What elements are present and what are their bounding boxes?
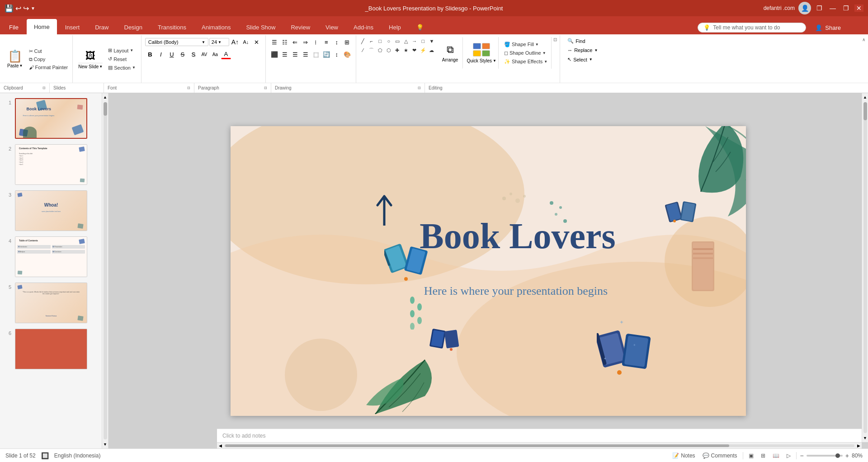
slide-thumb-3[interactable]: 3 Whoa! some placeholder text here [3, 189, 99, 232]
notes-placeholder[interactable]: Click to add notes [222, 433, 265, 439]
qs-item-4[interactable] [482, 50, 490, 57]
freeform-shape[interactable]: ∕ [359, 46, 367, 54]
tab-insert[interactable]: Insert [58, 20, 87, 34]
hexagon-shape[interactable]: ⬡ [385, 46, 393, 54]
rect-shape[interactable]: □ [376, 37, 384, 45]
canvas-vertical-scrollbar[interactable]: ▲ ▼ [862, 93, 868, 442]
font-color-button[interactable]: A [221, 49, 231, 59]
slide-sorter-button[interactable]: ⊞ [759, 452, 767, 460]
arrow-shape[interactable]: → [410, 37, 419, 45]
paragraph-expand-icon[interactable]: ⊡ [264, 86, 267, 90]
accessibility-icon[interactable]: 🔲 [41, 452, 49, 459]
increase-font-button[interactable]: A↑ [230, 37, 240, 47]
presenter-view-button[interactable]: ▷ [785, 452, 793, 460]
save-icon[interactable]: 💾 [5, 4, 14, 13]
canvas-scroll-down[interactable]: ▼ [862, 435, 868, 441]
align-justify-button[interactable]: ☰ [301, 49, 311, 59]
section-button[interactable]: ▤ Section ▼ [106, 64, 137, 71]
tab-help[interactable]: Help [382, 20, 408, 34]
scroll-thumb-vert[interactable] [104, 102, 107, 116]
char-spacing-button[interactable]: AV [199, 49, 209, 59]
tab-draw[interactable]: Draw [88, 20, 116, 34]
canvas-scroll-up[interactable]: ▲ [862, 94, 868, 100]
redo-icon[interactable]: ↪ [23, 4, 29, 13]
share-label[interactable]: Share [825, 24, 841, 31]
slide-thumb-5[interactable]: 5 "This is a quote. Words full of wisdom… [3, 281, 99, 325]
horizontal-scroll-thumb[interactable] [225, 444, 729, 447]
align-left-button[interactable]: ⬛ [269, 49, 279, 59]
italic-button[interactable]: I [156, 49, 166, 59]
horizontal-scrollbar[interactable]: ◀ ▶ [217, 442, 862, 448]
scroll-up-arrow[interactable]: ▲ [102, 94, 108, 100]
zoom-level[interactable]: 80% [852, 453, 863, 459]
zoom-slider[interactable] [807, 455, 843, 457]
font-size-dropdown[interactable]: 24 ▼ [209, 38, 229, 46]
qs-item-3[interactable] [473, 50, 481, 57]
columns-button[interactable]: ⫶ [311, 37, 321, 47]
shape-outline-button[interactable]: ◻ Shape Outline ▼ [502, 49, 549, 57]
lightning-shape[interactable]: ⚡ [419, 46, 427, 54]
share-icon[interactable]: 👤 [815, 24, 822, 31]
canvas-scroll-thumb[interactable] [863, 102, 867, 120]
font-family-dropdown[interactable]: Calibri (Body) ▼ [145, 38, 208, 46]
clipboard-expand-icon[interactable]: ⊡ [42, 86, 46, 90]
change-case-button[interactable]: Aa [210, 49, 220, 59]
tab-lightbulb[interactable]: 💡 [409, 20, 431, 34]
notes-button[interactable]: 📝 Notes [670, 452, 697, 460]
slide-thumb-1[interactable]: 1 Book Lovers Here is where your present… [3, 97, 99, 140]
rounded-rect-shape[interactable]: ▭ [393, 37, 401, 45]
layout-button[interactable]: ⊞ Layout ▼ [106, 47, 137, 54]
avatar[interactable]: 👤 [798, 2, 811, 14]
paragraph-shade-button[interactable]: 🎨 [342, 49, 352, 59]
tab-file[interactable]: File [2, 20, 26, 34]
decrease-font-button[interactable]: A↓ [241, 37, 251, 47]
bullets-button[interactable]: ☰ [269, 37, 279, 47]
slide-thumb-6[interactable]: 6 [3, 327, 99, 371]
paste-button[interactable]: 📋 Paste ▼ [4, 47, 27, 71]
reading-view-button[interactable]: 📖 [771, 452, 781, 460]
clear-format-button[interactable]: ✕ [252, 37, 262, 47]
quick-styles-dropdown[interactable]: Quick Styles ▼ [467, 58, 496, 63]
decrease-indent-button[interactable]: ⇐ [290, 37, 300, 47]
slide-panel-scrollbar[interactable]: ▲ ▼ [102, 93, 108, 448]
connector-shape[interactable]: ⌐ [368, 37, 376, 45]
restore-icon[interactable]: ❐ [815, 5, 824, 12]
reset-button[interactable]: ↺ Reset [106, 55, 137, 63]
normal-view-button[interactable]: ▣ [747, 452, 755, 460]
new-slide-dropdown[interactable]: ▼ [99, 65, 103, 69]
line-spacing-button[interactable]: ≡ [321, 37, 331, 47]
text-direction-button[interactable]: ↕ [332, 37, 342, 47]
shape-effects-button[interactable]: ✨ Shape Effects ▼ [502, 58, 549, 66]
increase-indent-button[interactable]: ⇒ [301, 37, 311, 47]
more-shapes[interactable]: ▼ [428, 37, 436, 45]
tab-transitions[interactable]: Transitions [151, 20, 193, 34]
tab-view[interactable]: View [318, 20, 345, 34]
cloud-shape[interactable]: ☁ [428, 46, 436, 54]
line-shape[interactable]: ╱ [359, 37, 367, 45]
strikethrough-button[interactable]: S [178, 49, 188, 59]
underline-button[interactable]: U [167, 49, 177, 59]
tab-home[interactable]: Home [27, 19, 57, 34]
copy-button[interactable]: ⧉ Copy [27, 56, 70, 63]
drawing-expand[interactable]: ⊡ [553, 37, 557, 43]
align-center-button[interactable]: ☰ [280, 49, 290, 59]
smart-art-button[interactable]: ⊞ [342, 37, 352, 47]
arrange-button[interactable]: ⧉ Arrange [438, 37, 463, 69]
notes-area[interactable]: Click to add notes [217, 429, 862, 442]
tell-me-input[interactable]: 💡 Tell me what you want to do [698, 23, 806, 33]
select-button[interactable]: ↖ Select ▼ [564, 56, 596, 63]
scroll-right-arrow[interactable]: ▶ [855, 443, 862, 449]
numbered-list-button[interactable]: ☷ [280, 37, 290, 47]
language[interactable]: English (Indonesia) [54, 453, 101, 459]
tab-slideshow[interactable]: Slide Show [239, 20, 283, 34]
align-right-button[interactable]: ☰ [290, 49, 300, 59]
callout-shape[interactable]: □ [419, 37, 427, 45]
close-icon[interactable]: ✕ [854, 5, 863, 12]
paragraph-spacing-button[interactable]: ↕ [332, 49, 342, 59]
triangle-shape[interactable]: △ [402, 37, 410, 45]
pentagon-shape[interactable]: ⬠ [376, 46, 384, 54]
bold-button[interactable]: B [145, 49, 155, 59]
zoom-in-button[interactable]: + [845, 452, 849, 459]
curve-shape[interactable]: ⌒ [368, 46, 376, 54]
undo-icon[interactable]: ↩ [15, 4, 21, 13]
